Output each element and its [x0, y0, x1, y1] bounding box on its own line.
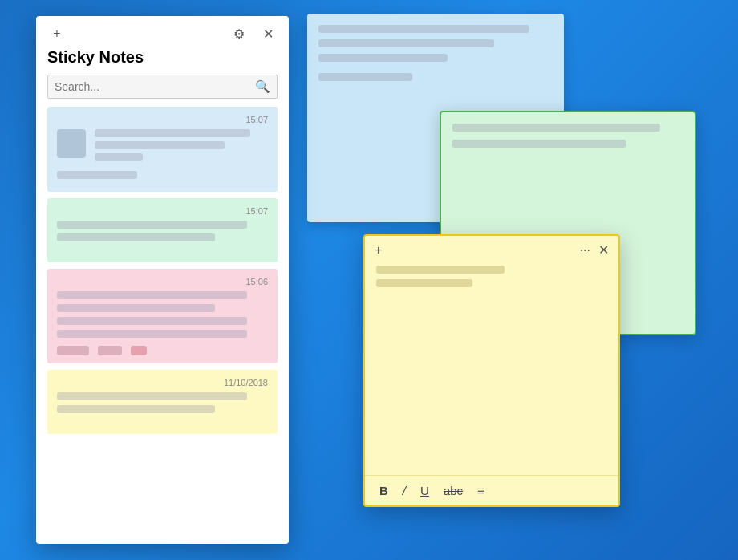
sticky-bottom-bar: B / U abc ≡	[365, 475, 618, 505]
panel-header: + ⚙ ✕	[36, 16, 289, 47]
format-bold-button[interactable]: B	[376, 482, 391, 499]
note-time-3: 15:06	[57, 277, 268, 286]
format-strikethrough-button[interactable]: abc	[440, 482, 466, 499]
note-time-4: 11/10/2018	[57, 378, 268, 388]
settings-button[interactable]: ⚙	[229, 24, 249, 43]
note-card-3[interactable]: 15:06	[47, 269, 278, 363]
search-input[interactable]	[55, 80, 255, 93]
sticky-note-yellow-active[interactable]: + ··· ✕ B / U abc ≡	[363, 234, 620, 507]
note-card-2[interactable]: 15:07	[47, 198, 278, 262]
format-list-button[interactable]: ≡	[474, 482, 488, 499]
add-note-button[interactable]: +	[47, 24, 67, 43]
panel-title: Sticky Notes	[36, 47, 289, 75]
notes-list: 15:07 15:07 15:06	[36, 107, 289, 544]
sticky-close-button[interactable]: ✕	[598, 242, 609, 258]
search-bar[interactable]: 🔍	[47, 75, 278, 99]
sticky-add-button[interactable]: +	[375, 243, 382, 258]
note-time-1: 15:07	[57, 115, 268, 124]
search-icon[interactable]: 🔍	[255, 79, 270, 94]
format-italic-button[interactable]: /	[399, 482, 409, 499]
sticky-more-button[interactable]: ···	[580, 243, 590, 258]
note-card-4[interactable]: 11/10/2018	[47, 370, 278, 434]
note-card-1[interactable]: 15:07	[47, 107, 278, 192]
format-underline-button[interactable]: U	[417, 482, 432, 499]
note-time-2: 15:07	[57, 206, 268, 216]
sticky-yellow-toolbar: + ··· ✕	[365, 236, 618, 262]
panel-header-icons: ⚙ ✕	[229, 24, 278, 43]
sticky-toolbar-icons: ··· ✕	[580, 242, 609, 258]
close-panel-button[interactable]: ✕	[258, 24, 278, 43]
sticky-yellow-content[interactable]	[365, 262, 618, 475]
notes-panel: + ⚙ ✕ Sticky Notes 🔍 15:07 15:0	[36, 16, 289, 544]
